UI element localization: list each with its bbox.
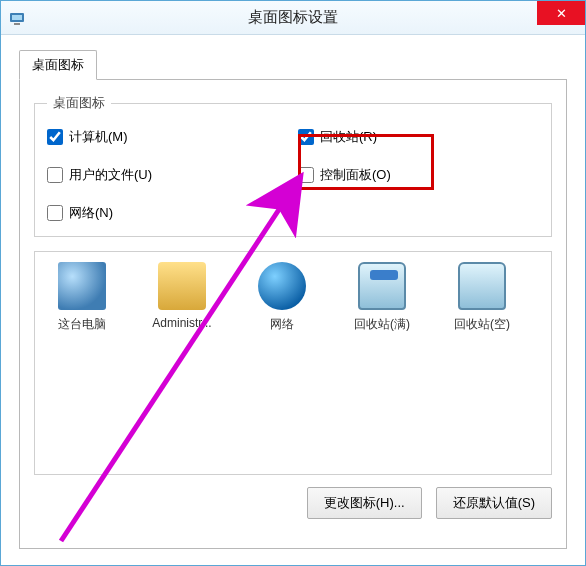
recyclebin-empty-icon	[458, 262, 506, 310]
svg-rect-1	[12, 15, 22, 20]
icon-label: 这台电脑	[41, 316, 123, 333]
icon-this-pc[interactable]: 这台电脑	[41, 262, 123, 333]
chk-computer-label: 计算机(M)	[69, 128, 128, 146]
chk-recyclebin-label: 回收站(R)	[320, 128, 377, 146]
button-label: 更改图标(H)...	[324, 495, 405, 510]
chk-recyclebin-box[interactable]	[298, 129, 314, 145]
icon-preview-panel: 这台电脑 Administr... 网络 回收站(满)	[34, 251, 552, 475]
group-legend: 桌面图标	[47, 94, 111, 112]
icon-recyclebin-empty[interactable]: 回收站(空)	[441, 262, 523, 333]
svg-rect-2	[14, 23, 20, 25]
tab-desktop-icons[interactable]: 桌面图标	[19, 50, 97, 80]
icon-label: 回收站(空)	[441, 316, 523, 333]
button-row: 更改图标(H)... 还原默认值(S)	[34, 487, 552, 519]
chk-network-box[interactable]	[47, 205, 63, 221]
tab-panel: 桌面图标 计算机(M) 回收站(R) 用户的文件(U)	[19, 79, 567, 549]
icon-recyclebin-full[interactable]: 回收站(满)	[341, 262, 423, 333]
folder-icon	[158, 262, 206, 310]
icon-label: 网络	[241, 316, 323, 333]
chk-network-label: 网络(N)	[69, 204, 113, 222]
computer-icon	[58, 262, 106, 310]
button-label: 还原默认值(S)	[453, 495, 535, 510]
icon-network[interactable]: 网络	[241, 262, 323, 333]
close-button[interactable]: ✕	[537, 1, 585, 25]
dialog-window: 桌面图标设置 ✕ 桌面图标 桌面图标 计算机(M)	[0, 0, 586, 566]
chk-computer[interactable]: 计算机(M)	[47, 128, 288, 146]
system-icon	[9, 10, 25, 26]
icon-user-folder[interactable]: Administr...	[141, 262, 223, 330]
title-bar: 桌面图标设置 ✕	[1, 1, 585, 35]
chk-network[interactable]: 网络(N)	[47, 204, 288, 222]
chk-controlpanel-box[interactable]	[298, 167, 314, 183]
tab-label: 桌面图标	[32, 57, 84, 72]
desktop-icons-group: 桌面图标 计算机(M) 回收站(R) 用户的文件(U)	[34, 94, 552, 237]
chk-userfiles[interactable]: 用户的文件(U)	[47, 166, 288, 184]
close-icon: ✕	[556, 7, 567, 20]
tab-strip: 桌面图标 桌面图标 计算机(M) 回收站(R)	[19, 49, 567, 549]
icon-label: Administr...	[141, 316, 223, 330]
chk-controlpanel-label: 控制面板(O)	[320, 166, 391, 184]
window-title: 桌面图标设置	[248, 8, 338, 27]
icon-label: 回收站(满)	[341, 316, 423, 333]
chk-userfiles-box[interactable]	[47, 167, 63, 183]
checkbox-grid: 计算机(M) 回收站(R) 用户的文件(U) 控制面板(O)	[47, 128, 539, 222]
chk-controlpanel[interactable]: 控制面板(O)	[298, 166, 539, 184]
chk-computer-box[interactable]	[47, 129, 63, 145]
chk-recyclebin[interactable]: 回收站(R)	[298, 128, 539, 146]
client-area: 桌面图标 桌面图标 计算机(M) 回收站(R)	[1, 35, 585, 549]
change-icon-button[interactable]: 更改图标(H)...	[307, 487, 422, 519]
restore-default-button[interactable]: 还原默认值(S)	[436, 487, 552, 519]
recyclebin-full-icon	[358, 262, 406, 310]
chk-userfiles-label: 用户的文件(U)	[69, 166, 152, 184]
globe-icon	[258, 262, 306, 310]
